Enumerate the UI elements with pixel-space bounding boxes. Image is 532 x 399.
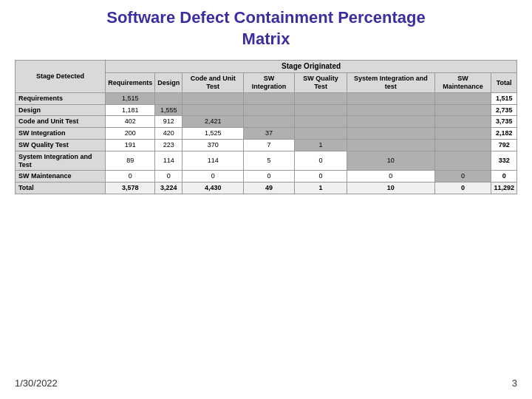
cell-6-6: 0 [434, 171, 491, 183]
page-title: Software Defect Containment Percentage M… [15, 7, 517, 50]
row-header-6: SW Maintenance [16, 171, 106, 183]
cell-4-5 [347, 139, 434, 151]
cell-0-3 [244, 92, 295, 104]
cell-7-1: 3,224 [155, 183, 183, 194]
cell-3-2: 1,525 [183, 128, 244, 140]
table-row: System Integration and Test8911411450103… [16, 151, 517, 171]
cell-5-6 [434, 151, 491, 171]
cell-7-7: 11,292 [491, 183, 517, 194]
cell-4-6 [434, 139, 491, 151]
cell-2-6 [434, 116, 491, 128]
page: Software Defect Containment Percentage M… [0, 0, 532, 399]
cell-1-4 [294, 104, 347, 116]
cell-3-1: 420 [155, 128, 183, 140]
table-row: Requirements1,5151,515 [16, 92, 517, 104]
cell-6-3: 0 [244, 171, 295, 183]
cell-5-2: 114 [183, 151, 244, 171]
row-header-4: SW Quality Test [16, 139, 106, 151]
col-header-3: SW Integration [244, 73, 295, 93]
cell-7-0: 3,578 [106, 183, 155, 194]
cell-6-5: 0 [347, 171, 434, 183]
cell-6-7: 0 [491, 171, 517, 183]
cell-3-0: 200 [106, 128, 155, 140]
cell-0-7: 1,515 [491, 92, 517, 104]
cell-4-4: 1 [294, 139, 347, 151]
cell-5-5: 10 [347, 151, 434, 171]
cell-6-2: 0 [183, 171, 244, 183]
row-header-3: SW Integration [16, 128, 106, 140]
table-row: SW Integration2004201,525372,182 [16, 128, 517, 140]
cell-1-7: 2,735 [491, 104, 517, 116]
cell-7-2: 4,430 [183, 183, 244, 194]
cell-3-4 [294, 128, 347, 140]
cell-0-5 [347, 92, 434, 104]
table-row: Code and Unit Test4029122,4213,735 [16, 116, 517, 128]
cell-1-3 [244, 104, 295, 116]
cell-4-7: 792 [491, 139, 517, 151]
row-header-1: Design [16, 104, 106, 116]
cell-3-6 [434, 128, 491, 140]
cell-6-1: 0 [155, 171, 183, 183]
cell-5-0: 89 [106, 151, 155, 171]
footer-page: 3 [512, 378, 517, 389]
table-row: SW Maintenance00000000 [16, 171, 517, 183]
corner-header: Stage Detected [16, 61, 106, 93]
cell-0-1 [155, 92, 183, 104]
cell-0-6 [434, 92, 491, 104]
cell-2-4 [294, 116, 347, 128]
cell-4-2: 370 [183, 139, 244, 151]
cell-7-6: 0 [434, 183, 491, 194]
col-header-5: System Integration and test [347, 73, 434, 93]
cell-5-1: 114 [155, 151, 183, 171]
table-row: SW Quality Test19122337071792 [16, 139, 517, 151]
cell-1-1: 1,555 [155, 104, 183, 116]
cell-3-3: 37 [244, 128, 295, 140]
cell-6-0: 0 [106, 171, 155, 183]
cell-3-7: 2,182 [491, 128, 517, 140]
row-header-7: Total [16, 183, 106, 194]
cell-2-0: 402 [106, 116, 155, 128]
defect-matrix-table: Stage Detected Stage Originated Requirem… [15, 60, 517, 194]
cell-5-7: 332 [491, 151, 517, 171]
cell-4-0: 191 [106, 139, 155, 151]
cell-5-4: 0 [294, 151, 347, 171]
footer: 1/30/2022 3 [15, 372, 517, 392]
cell-1-0: 1,181 [106, 104, 155, 116]
table-row: Total3,5783,2244,43049110011,292 [16, 183, 517, 194]
col-header-0: Requirements [106, 73, 155, 93]
cell-0-4 [294, 92, 347, 104]
cell-4-3: 7 [244, 139, 295, 151]
cell-2-1: 912 [155, 116, 183, 128]
cell-7-3: 49 [244, 183, 295, 194]
col-header-1: Design [155, 73, 183, 93]
cell-6-4: 0 [294, 171, 347, 183]
cell-1-2 [183, 104, 244, 116]
row-header-0: Requirements [16, 92, 106, 104]
col-header-7: Total [491, 73, 517, 93]
cell-7-5: 10 [347, 183, 434, 194]
cell-2-3 [244, 116, 295, 128]
cell-7-4: 1 [294, 183, 347, 194]
cell-4-1: 223 [155, 139, 183, 151]
col-header-2: Code and Unit Test [183, 73, 244, 93]
row-header-2: Code and Unit Test [16, 116, 106, 128]
matrix-table-wrapper: Stage Detected Stage Originated Requirem… [15, 60, 517, 372]
cell-2-7: 3,735 [491, 116, 517, 128]
cell-0-2 [183, 92, 244, 104]
row-header-5: System Integration and Test [16, 151, 106, 171]
cell-0-0: 1,515 [106, 92, 155, 104]
col-header-6: SW Maintenance [434, 73, 491, 93]
cell-5-3: 5 [244, 151, 295, 171]
cell-2-5 [347, 116, 434, 128]
cell-2-2: 2,421 [183, 116, 244, 128]
cell-1-6 [434, 104, 491, 116]
footer-date: 1/30/2022 [15, 378, 58, 389]
table-row: Design1,1811,5552,735 [16, 104, 517, 116]
stage-originated-header: Stage Originated [106, 61, 517, 73]
cell-3-5 [347, 128, 434, 140]
cell-1-5 [347, 104, 434, 116]
col-header-4: SW Quality Test [294, 73, 347, 93]
